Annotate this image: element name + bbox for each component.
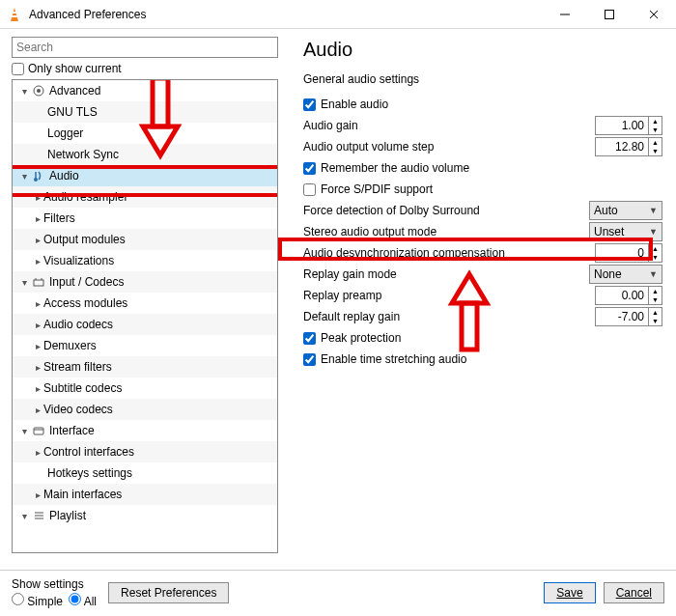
replay-gain-mode-combobox[interactable]: None▼ — [589, 265, 662, 284]
tree-item-interface[interactable]: ▾ Interface — [13, 420, 277, 441]
tree-item-filters[interactable]: ▸Filters — [13, 208, 277, 229]
tree-item-logger[interactable]: Logger — [13, 123, 277, 144]
tree-item-demuxers[interactable]: ▸Demuxers — [13, 335, 277, 356]
tree-label: Audio codecs — [43, 318, 113, 331]
panel-subheading: General audio settings — [303, 72, 662, 86]
chevron-right-icon: ▸ — [32, 256, 43, 266]
svg-point-11 — [34, 178, 38, 182]
svg-rect-12 — [34, 280, 43, 286]
default-replay-gain-spinner[interactable]: ▲▼ — [595, 307, 662, 326]
tree-item-network-sync[interactable]: Network Sync — [13, 144, 277, 165]
svg-rect-1 — [13, 12, 16, 14]
svg-rect-4 — [606, 10, 614, 18]
tree-item-visualizations[interactable]: ▸Visualizations — [13, 250, 277, 271]
tree-item-output-modules[interactable]: ▸Output modules — [13, 229, 277, 250]
replay-preamp-spinner[interactable]: ▲▼ — [595, 286, 662, 305]
codecs-icon — [30, 274, 47, 290]
svg-point-10 — [37, 89, 41, 93]
enable-audio-checkbox[interactable]: Enable audio — [303, 94, 662, 115]
audio-gain-label: Audio gain — [303, 119, 595, 132]
minimize-button[interactable] — [543, 0, 587, 29]
simple-radio[interactable]: Simple — [12, 593, 63, 608]
svg-marker-0 — [11, 8, 18, 21]
tree-item-subtitle-codecs[interactable]: ▸Subtitle codecs — [13, 378, 277, 399]
tree-label: Main interfaces — [43, 488, 122, 501]
chevron-down-icon: ▼ — [649, 269, 658, 279]
tree-item-audio-resampler[interactable]: ▸Audio resampler — [13, 186, 277, 208]
dolby-label: Force detection of Dolby Surround — [303, 204, 589, 217]
show-settings-label: Show settings — [12, 577, 97, 591]
tree-label: Audio resampler — [43, 190, 127, 204]
chevron-right-icon: ▸ — [32, 490, 43, 500]
tree-item-advanced[interactable]: ▾ Advanced — [13, 80, 277, 101]
chevron-down-icon: ▾ — [18, 171, 30, 182]
stereo-mode-combobox[interactable]: Unset▼ — [589, 222, 662, 241]
cancel-button[interactable]: Cancel — [604, 582, 664, 603]
force-spdif-checkbox[interactable]: Force S/PDIF support — [303, 179, 662, 200]
stereo-mode-label: Stereo audio output mode — [303, 225, 589, 238]
search-input[interactable] — [12, 37, 278, 58]
tree-item-hotkeys[interactable]: Hotkeys settings — [13, 462, 277, 484]
chevron-right-icon: ▸ — [32, 362, 43, 373]
tree-item-access-modules[interactable]: ▸Access modules — [13, 293, 277, 314]
tree-label: Audio — [49, 169, 79, 182]
maximize-button[interactable] — [587, 0, 632, 29]
chevron-down-icon: ▾ — [18, 277, 30, 288]
tree-label: Logger — [47, 126, 83, 140]
interface-icon — [30, 423, 47, 438]
tree-item-control-interfaces[interactable]: ▸Control interfaces — [13, 441, 277, 462]
tree-item-video-codecs[interactable]: ▸Video codecs — [13, 399, 277, 420]
svg-rect-15 — [34, 428, 43, 434]
peak-protection-checkbox[interactable]: Peak protection — [303, 327, 662, 349]
tree-label: Video codecs — [43, 403, 113, 416]
svg-rect-2 — [12, 15, 17, 17]
time-stretch-checkbox[interactable]: Enable time stretching audio — [303, 349, 662, 370]
dolby-combobox[interactable]: Auto▼ — [589, 201, 662, 220]
chevron-down-icon: ▼ — [649, 206, 658, 215]
close-button[interactable] — [632, 0, 676, 29]
left-pane: Only show current ▾ Advanced GNU TLS Log… — [0, 29, 286, 570]
tree-label: Advanced — [49, 84, 100, 98]
default-replay-gain-label: Default replay gain — [303, 310, 595, 323]
remember-volume-checkbox[interactable]: Remember the audio volume — [303, 157, 662, 179]
chevron-down-icon: ▾ — [18, 86, 30, 97]
chevron-down-icon: ▼ — [649, 227, 658, 237]
tree-label: Interface — [49, 424, 95, 437]
desync-label: Audio desynchronization compensation — [303, 246, 595, 260]
tree-label: Access modules — [43, 296, 127, 310]
chevron-right-icon: ▸ — [32, 298, 43, 309]
all-radio[interactable]: All — [69, 593, 97, 608]
settings-panel: Audio General audio settings Enable audi… — [286, 29, 676, 570]
chevron-right-icon: ▸ — [32, 320, 43, 330]
tree-label: Playlist — [49, 509, 86, 522]
tree-item-audio-codecs[interactable]: ▸Audio codecs — [13, 314, 277, 335]
tree-label: Control interfaces — [43, 445, 134, 459]
chevron-down-icon: ▾ — [18, 426, 30, 436]
settings-tree[interactable]: ▾ Advanced GNU TLS Logger Network Sync ▾… — [12, 79, 278, 553]
chevron-right-icon: ▸ — [32, 447, 43, 458]
only-show-current-checkbox[interactable]: Only show current — [12, 62, 286, 75]
tree-label: Hotkeys settings — [47, 466, 132, 480]
chevron-right-icon: ▸ — [32, 192, 43, 203]
save-button[interactable]: Save — [544, 582, 595, 603]
audio-gain-spinner[interactable]: ▲▼ — [595, 116, 662, 135]
replay-gain-mode-label: Replay gain mode — [303, 267, 589, 281]
panel-heading: Audio — [303, 39, 662, 61]
tree-item-playlist[interactable]: ▾ Playlist — [13, 505, 277, 526]
desync-spinner[interactable]: ▲▼ — [595, 243, 662, 263]
chevron-down-icon: ▾ — [18, 511, 30, 521]
tree-item-main-interfaces[interactable]: ▸Main interfaces — [13, 484, 277, 505]
tree-item-audio[interactable]: ▾ Audio — [13, 165, 277, 186]
tree-label: Subtitle codecs — [43, 381, 122, 395]
tree-label: Demuxers — [43, 339, 97, 352]
tree-item-gnu-tls[interactable]: GNU TLS — [13, 101, 277, 123]
tree-item-input-codecs[interactable]: ▾ Input / Codecs — [13, 271, 277, 293]
replay-preamp-label: Replay preamp — [303, 289, 595, 302]
volume-step-spinner[interactable]: ▲▼ — [595, 137, 662, 156]
audio-icon — [30, 168, 47, 183]
titlebar: Advanced Preferences — [0, 0, 676, 29]
reset-preferences-button[interactable]: Reset Preferences — [108, 582, 229, 603]
tree-label: Output modules — [43, 233, 126, 246]
chevron-right-icon: ▸ — [32, 213, 43, 224]
tree-item-stream-filters[interactable]: ▸Stream filters — [13, 356, 277, 378]
